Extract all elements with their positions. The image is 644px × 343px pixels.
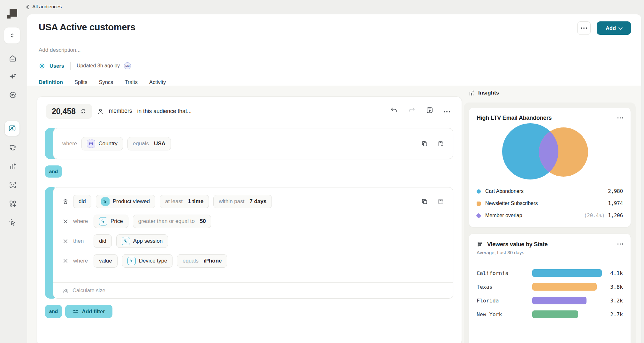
- legend-value: 1,974: [608, 201, 623, 206]
- legend-row[interactable]: Cart Abandoners 2,980: [477, 185, 623, 197]
- condition-group-2: did Product viewed: [45, 187, 453, 299]
- operator-value: iPhone: [204, 258, 222, 264]
- did-label: did: [99, 238, 106, 244]
- builder-more-icon[interactable]: [444, 111, 450, 112]
- journeys-icon[interactable]: [9, 91, 17, 99]
- horizontal-bars-icon: [477, 241, 484, 248]
- sidebar-item-audiences-active[interactable]: [5, 121, 19, 136]
- redo-icon[interactable]: [408, 106, 416, 114]
- did-chip[interactable]: did: [73, 195, 91, 208]
- bar-value: 3.8k: [607, 284, 623, 290]
- sidebar: [0, 14, 26, 343]
- ai-sparkle-icon[interactable]: [9, 72, 17, 81]
- bar-value: 2.7k: [607, 311, 623, 317]
- remove-x-icon[interactable]: [62, 238, 69, 244]
- ellipsis-icon: [581, 27, 587, 29]
- legend-label: Cart Abandoners: [485, 188, 524, 194]
- property-condition-row: where value Device type: [53, 254, 453, 268]
- bar-row[interactable]: New York 2.7k: [477, 310, 623, 318]
- value-chip[interactable]: value: [94, 254, 118, 268]
- did-chip[interactable]: did: [94, 234, 112, 248]
- main-content-card: USA Active customers Add description... …: [27, 14, 641, 343]
- identity-scan-icon[interactable]: [9, 181, 17, 189]
- updated-text: Updated 3h ago by: [77, 63, 120, 69]
- page: All audiences: [0, 0, 644, 343]
- calculate-size-button[interactable]: Calculate size: [53, 282, 453, 298]
- members-dropdown[interactable]: members: [109, 108, 132, 115]
- property-chip-label: Price: [111, 218, 123, 225]
- bar-label: Texas: [477, 284, 532, 290]
- card-more-icon[interactable]: [617, 241, 623, 245]
- member-count-row: 20,458 members in this audience that...: [46, 104, 192, 119]
- legend-percentage: (20.4%): [584, 213, 605, 218]
- people-icon: [62, 287, 69, 294]
- operator-chip-gte-50[interactable]: greater than or equal to 50: [133, 215, 211, 228]
- header-more-button[interactable]: [577, 21, 591, 35]
- magic-cursor-icon[interactable]: [9, 218, 17, 227]
- bar-label: Florida: [477, 298, 532, 304]
- add-note-icon[interactable]: [437, 140, 444, 147]
- insights-header: Insights: [468, 89, 499, 96]
- time-window-chip[interactable]: within past 7 days: [213, 195, 272, 208]
- integrations-shapes-icon[interactable]: [9, 200, 17, 208]
- trait-chip-country[interactable]: Country: [81, 137, 123, 150]
- operator-text: at least: [165, 198, 183, 205]
- row-actions: [421, 140, 444, 147]
- copy-icon[interactable]: [421, 140, 428, 147]
- back-to-all-audiences-link[interactable]: All audiences: [27, 4, 62, 10]
- legend-row[interactable]: Member overlap (20.4%) 1,206: [477, 210, 623, 222]
- event-chip-product-viewed[interactable]: Product viewed: [96, 195, 155, 208]
- remove-x-icon[interactable]: [62, 218, 69, 225]
- operator-chip-equals-usa[interactable]: equals USA: [127, 137, 171, 150]
- analytics-chart-icon[interactable]: [9, 162, 17, 171]
- topbar: All audiences: [0, 0, 644, 14]
- state-bar-chart: California 4.1k Texas 3.8k Florida: [469, 263, 631, 318]
- avatar[interactable]: DM: [124, 62, 131, 69]
- legend-marker: [477, 202, 481, 206]
- insight-card-venn: High LTV Email Abandoners Cart Abandoner…: [469, 108, 631, 227]
- card-more-icon[interactable]: [617, 115, 623, 118]
- and-connector-chip[interactable]: and: [45, 165, 62, 178]
- home-icon[interactable]: [9, 54, 17, 63]
- member-count-pill[interactable]: 20,458: [46, 104, 92, 119]
- event-cursor-icon: [122, 237, 130, 245]
- add-note-icon[interactable]: [437, 198, 444, 205]
- operator-chip-equals-iphone[interactable]: equals iPhone: [177, 254, 227, 268]
- remove-x-icon[interactable]: [62, 258, 69, 264]
- sidebar-collapse-button[interactable]: [4, 27, 20, 44]
- add-button[interactable]: Add: [597, 21, 631, 35]
- property-chip-device-type[interactable]: Device type: [122, 254, 173, 268]
- value-label: value: [99, 258, 112, 264]
- sync-loop-icon[interactable]: [9, 143, 17, 152]
- undo-icon[interactable]: [390, 106, 398, 114]
- bar-row[interactable]: Florida 3.2k: [477, 297, 623, 304]
- trait-chip-label: Country: [98, 141, 118, 147]
- event-chip-app-session[interactable]: App session: [116, 234, 168, 248]
- legend-row[interactable]: Newsletter Subscribers 1,974: [477, 197, 623, 210]
- entity-type-label[interactable]: Users: [50, 63, 64, 69]
- operator-value: USA: [154, 141, 165, 147]
- venn-legend: Cart Abandoners 2,980 Newsletter Subscri…: [469, 183, 631, 222]
- description-placeholder[interactable]: Add description...: [39, 47, 80, 53]
- refresh-icon[interactable]: [80, 108, 86, 114]
- property-chip-price[interactable]: Price: [94, 215, 128, 228]
- property-chip-label: Device type: [139, 258, 167, 264]
- save-template-icon[interactable]: [426, 106, 433, 114]
- add-filter-button[interactable]: Add filter: [65, 305, 112, 318]
- audience-that-text: in this audience that...: [137, 108, 192, 115]
- and-connector-chip[interactable]: and: [45, 305, 62, 318]
- frequency-chip[interactable]: at least 1 time: [160, 195, 209, 208]
- operator-text: within past: [219, 198, 244, 205]
- bar: [532, 297, 586, 304]
- legend-marker: [477, 189, 481, 194]
- copy-icon[interactable]: [421, 198, 428, 205]
- bar-row[interactable]: Texas 3.8k: [477, 283, 623, 291]
- bar-row[interactable]: California 4.1k: [477, 269, 623, 277]
- operator-value: 7 days: [249, 198, 266, 205]
- bar-label: California: [477, 270, 532, 276]
- condition-row: where Country equals: [53, 128, 453, 159]
- trash-icon[interactable]: [62, 198, 69, 205]
- operator-text: equals: [182, 258, 198, 264]
- legend-value: 2,980: [608, 188, 623, 194]
- bar: [532, 283, 597, 291]
